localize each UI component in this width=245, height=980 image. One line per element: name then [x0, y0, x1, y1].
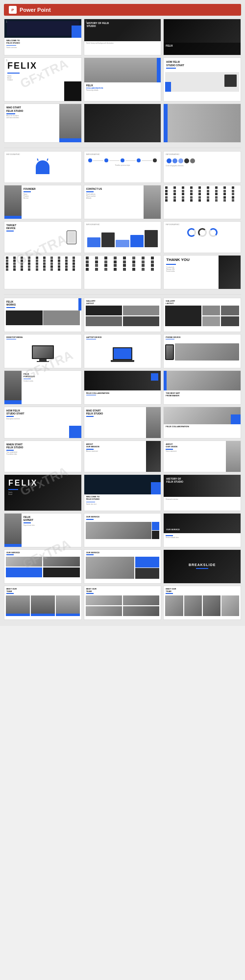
slide-felix-dark: FELIX: [163, 19, 241, 55]
slide-team-2: MEET OURTEAM: [84, 586, 162, 620]
slide-how-start: HOW FELIXSTUDIO START: [163, 57, 241, 102]
slide-infographic-4: INFOGRAPHIC: [84, 221, 162, 253]
slide-contact: CONTACT US Email addressPhone numberWebs…: [84, 185, 162, 219]
middle-section: INFOGRAPHIC INFOGRAPHIC: [4, 151, 241, 291]
section-separator-1: [4, 148, 241, 148]
app-icon: P: [9, 6, 17, 14]
slide-history-2: HISTORY OFFELIX STUDIO Historical overvi…: [163, 474, 241, 511]
slide-felix-collab-2: FELIX COLLABORATION: [84, 370, 162, 405]
slide-team-3: MEET OURTEAM: [163, 586, 241, 620]
app-name: Power Point: [20, 7, 51, 13]
slide-person: [163, 103, 241, 143]
slide-our-service-1: OUR SERVICE: [84, 513, 162, 547]
slide-infographic-5: INFOGRAPHIC: [163, 221, 241, 253]
slide-our-mission: ABOUTOUR MISSION Mission statement: [84, 440, 162, 472]
slide-icons-1: [163, 185, 241, 219]
slide-target-device: TARGETDEVICE: [4, 221, 82, 253]
slide-felix-expert: FELIXEXPERT Expert team intro: [4, 513, 82, 547]
app-header: P Power Point: [4, 4, 241, 16]
slide-our-vision: ABOUTOUR VISION Vision statement: [163, 440, 241, 472]
slide-felix-collab-3: FELIX COLLABORATION: [163, 407, 241, 438]
slide-dark-1: [84, 103, 162, 143]
slide-our-service-2: OUR SERVICE Service details here: [163, 513, 241, 547]
slide-felix-works: FELIXWORKS: [4, 298, 82, 332]
slide-gallery-2: GALLERYLAYOUT: [163, 298, 241, 332]
slide-icons-2: [4, 255, 82, 289]
slide-collab: FELIX COLLABORATION Partnership details: [84, 57, 162, 102]
slide-infographic-3: INFOGRAPHIC Circle infographic elements: [163, 151, 241, 183]
slide-team-1: MEET OURTEAM: [4, 586, 82, 620]
page-wrapper: P Power Point 1 WELCOME TO FELIX STUDIO …: [0, 0, 245, 626]
slide-felix-portfolio: FELIXPORTFOLIO Creative works: [4, 370, 82, 405]
slide-infographic-2: INFOGRAPHIC Timeline process steps: [84, 151, 162, 183]
slide-desktop: DESKTOP MEDIA: [4, 334, 82, 368]
top-section: 1 WELCOME TO FELIX STUDIO Studio overvie…: [4, 19, 241, 145]
slide-our-service-3: OUR SERVICE: [4, 549, 82, 584]
slide-best-art: THE BEST ARTFROM MAKER: [163, 370, 241, 405]
slide-thankyou: THANK YOU Contact infoWebsite URLSocial …: [163, 255, 241, 289]
slide-gallery-1: GALLERYLAYOUT: [84, 298, 162, 332]
slide-how-start-2: HOW FELIXSTUDIO START Description text h…: [4, 407, 82, 438]
slide-icons-3: [84, 255, 162, 289]
slide-welcome-2: WELCOME TOFELIX STUDIO Studio intro text: [84, 474, 162, 511]
slide-welcome: 1 WELCOME TO FELIX STUDIO Studio overvie…: [4, 19, 82, 55]
thankyou-text: THANK YOU: [166, 258, 216, 262]
slide-founder: FOUNDER NamePositionBio text: [4, 185, 82, 219]
slide-infographic-1: INFOGRAPHIC: [4, 151, 82, 183]
slide-when-start: WHEN STARTFELIX STUDIO Year establishedF…: [4, 440, 82, 472]
slide-our-service-4: OUR SERVICE: [84, 549, 162, 584]
slide-who-start-2: WHO STARTFELIX STUDIO: [84, 407, 162, 438]
slide-who-start: WHO STARTFELIX STUDIO About the founders…: [4, 103, 82, 143]
section-separator-2: [4, 294, 241, 295]
bottom-section: FELIXWORKS GALLERYLAYOUT: [4, 298, 241, 620]
slide-breakslide: BREAKSLIDE: [163, 549, 241, 584]
slide-felix-main: 3 FELIX StudioBrandCreative: [4, 57, 82, 102]
slide-felix-2: FELIX StudioBrand: [4, 474, 82, 511]
slide-history: 2 HISTORY OF FELIXSTUDIO Studio history …: [84, 19, 162, 55]
slide-phone: PHONE DEVICE: [163, 334, 241, 368]
slide-laptop: LAPTOP DEVICE: [84, 334, 162, 368]
